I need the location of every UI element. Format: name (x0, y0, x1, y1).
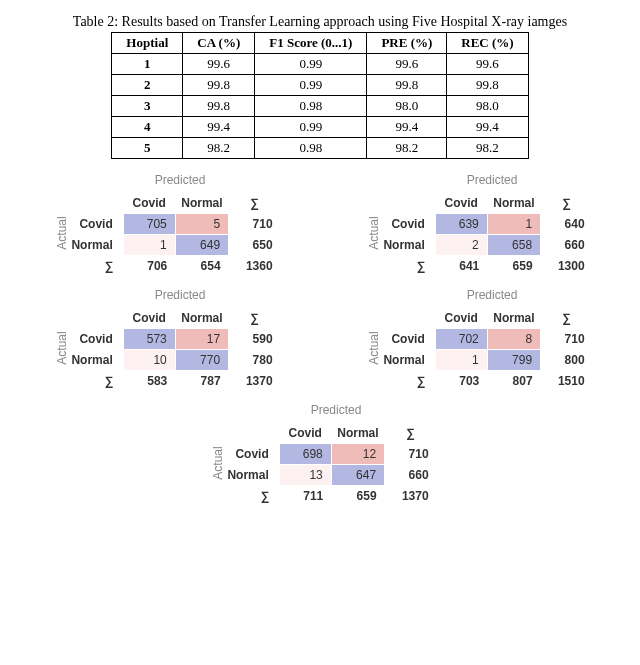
confusion-matrix: Predicted Actual Covid Normal ∑ Covid 63… (359, 173, 592, 276)
table-cell: 99.8 (183, 96, 255, 117)
col-normal: Normal (175, 308, 228, 329)
results-table: Hoptial CA (%) F1 Score (0...1) PRE (%) … (111, 32, 528, 159)
row-total: 660 (385, 465, 437, 486)
table-row: 499.40.9999.499.4 (112, 117, 528, 138)
table-cell: 2 (112, 75, 183, 96)
table-cell: 5 (112, 138, 183, 159)
sigma-icon: ∑ (377, 256, 435, 277)
confusion-matrix: Predicted Actual Covid Normal ∑ Covid 57… (47, 288, 280, 391)
col-total: 659 (487, 256, 540, 277)
col-covid: Covid (279, 423, 331, 444)
sigma-icon: ∑ (65, 256, 123, 277)
actual-axis-label: Actual (211, 446, 225, 479)
sigma-icon: ∑ (541, 193, 593, 214)
table-header-row: Hoptial CA (%) F1 Score (0...1) PRE (%) … (112, 33, 528, 54)
table-cell: 99.8 (183, 75, 255, 96)
table-cell: 3 (112, 96, 183, 117)
confusion-matrix: Predicted Actual Covid Normal ∑ Covid 70… (47, 173, 280, 276)
col-header: Hoptial (112, 33, 183, 54)
row-total: 640 (541, 214, 593, 235)
row-covid: Covid (65, 214, 123, 235)
row-total: 710 (229, 214, 281, 235)
cell-fp: 10 (123, 350, 175, 371)
sigma-icon: ∑ (385, 423, 437, 444)
col-total: 711 (279, 486, 331, 507)
table-cell: 0.99 (255, 117, 367, 138)
row-total: 780 (229, 350, 281, 371)
predicted-axis-label: Predicted (65, 288, 280, 302)
cell-fp: 1 (435, 350, 487, 371)
cell-fp: 13 (279, 465, 331, 486)
row-total: 650 (229, 235, 281, 256)
col-total: 583 (123, 371, 175, 392)
col-normal: Normal (175, 193, 228, 214)
col-total: 787 (175, 371, 228, 392)
table-cell: 99.6 (183, 54, 255, 75)
cell-tn: 649 (175, 235, 228, 256)
table-cell: 0.98 (255, 96, 367, 117)
cell-fp: 1 (123, 235, 175, 256)
row-total: 710 (541, 329, 593, 350)
table-row: 598.20.9898.298.2 (112, 138, 528, 159)
cell-fn: 8 (487, 329, 540, 350)
col-header: F1 Score (0...1) (255, 33, 367, 54)
cell-tn: 799 (487, 350, 540, 371)
grand-total: 1300 (541, 256, 593, 277)
col-covid: Covid (435, 193, 487, 214)
table-cell: 98.0 (447, 96, 528, 117)
actual-axis-label: Actual (55, 331, 69, 364)
row-covid: Covid (65, 329, 123, 350)
col-total: 641 (435, 256, 487, 277)
row-total: 590 (229, 329, 281, 350)
grand-total: 1510 (541, 371, 593, 392)
predicted-axis-label: Predicted (377, 288, 592, 302)
sigma-icon: ∑ (377, 371, 435, 392)
actual-axis-label: Actual (367, 331, 381, 364)
col-total: 659 (331, 486, 384, 507)
table-cell: 0.99 (255, 75, 367, 96)
cell-tp: 573 (123, 329, 175, 350)
table-cell: 1 (112, 54, 183, 75)
row-covid: Covid (221, 444, 279, 465)
col-normal: Normal (331, 423, 384, 444)
table-cell: 99.4 (367, 117, 447, 138)
col-covid: Covid (435, 308, 487, 329)
table-cell: 99.6 (367, 54, 447, 75)
row-covid: Covid (377, 329, 435, 350)
col-header: REC (%) (447, 33, 528, 54)
sigma-icon: ∑ (541, 308, 593, 329)
grand-total: 1370 (385, 486, 437, 507)
col-header: CA (%) (183, 33, 255, 54)
col-covid: Covid (123, 193, 175, 214)
table-row: 399.80.9898.098.0 (112, 96, 528, 117)
sigma-icon: ∑ (229, 193, 281, 214)
table-row: 299.80.9999.899.8 (112, 75, 528, 96)
row-normal: Normal (65, 235, 123, 256)
cell-fn: 17 (175, 329, 228, 350)
col-header: PRE (%) (367, 33, 447, 54)
cell-tp: 705 (123, 214, 175, 235)
cell-tp: 698 (279, 444, 331, 465)
cell-fn: 5 (175, 214, 228, 235)
col-covid: Covid (123, 308, 175, 329)
col-normal: Normal (487, 308, 540, 329)
grand-total: 1360 (229, 256, 281, 277)
confusion-matrix: Predicted Actual Covid Normal ∑ Covid 69… (203, 403, 436, 506)
table-cell: 99.8 (367, 75, 447, 96)
cell-tn: 647 (331, 465, 384, 486)
col-total: 706 (123, 256, 175, 277)
col-total: 654 (175, 256, 228, 277)
confusion-matrix: Predicted Actual Covid Normal ∑ Covid 70… (359, 288, 592, 391)
table-caption: Table 2: Results based on Transfer Learn… (0, 14, 640, 30)
row-normal: Normal (377, 235, 435, 256)
table-cell: 99.6 (447, 54, 528, 75)
table-cell: 98.0 (367, 96, 447, 117)
col-normal: Normal (487, 193, 540, 214)
table-cell: 98.2 (367, 138, 447, 159)
row-total: 660 (541, 235, 593, 256)
table-cell: 99.4 (183, 117, 255, 138)
col-total: 807 (487, 371, 540, 392)
predicted-axis-label: Predicted (221, 403, 436, 417)
actual-axis-label: Actual (367, 216, 381, 249)
row-total: 710 (385, 444, 437, 465)
